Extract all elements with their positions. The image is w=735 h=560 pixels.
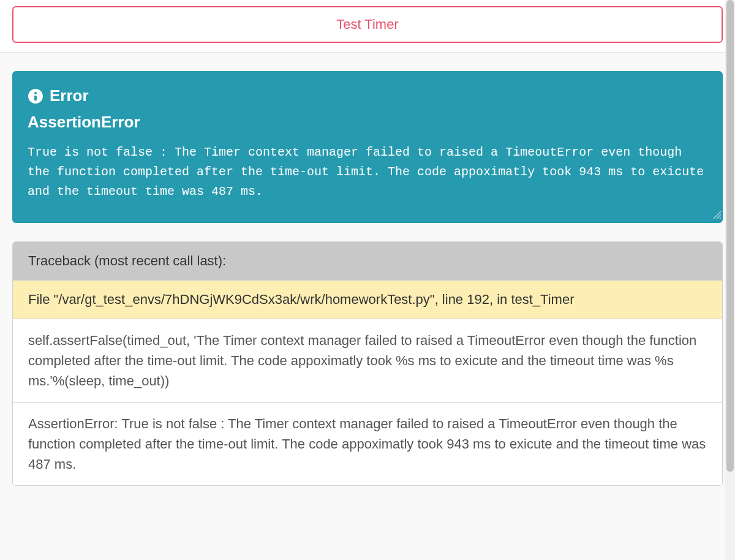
svg-rect-2 <box>34 96 37 100</box>
scrollbar-track[interactable] <box>725 0 735 560</box>
traceback-code-line: self.assertFalse(timed_out, 'The Timer c… <box>13 319 722 403</box>
info-icon <box>28 88 43 104</box>
header-section: Test Timer <box>0 0 735 53</box>
error-message: True is not false : The Timer context ma… <box>28 143 707 202</box>
error-title: Error <box>50 86 89 105</box>
error-header: Error <box>28 86 707 105</box>
resize-handle-icon[interactable] <box>712 210 721 221</box>
error-type: AssertionError <box>28 113 707 132</box>
test-button-label: Test Timer <box>336 17 398 32</box>
traceback-panel: Traceback (most recent call last): File … <box>12 241 723 486</box>
svg-point-1 <box>34 92 37 94</box>
traceback-file-line: File "/var/gt_test_envs/7hDNGjWK9CdSx3ak… <box>13 281 722 319</box>
test-timer-button[interactable]: Test Timer <box>12 6 723 43</box>
svg-line-5 <box>720 218 721 219</box>
traceback-header: Traceback (most recent call last): <box>13 242 722 281</box>
error-panel: Error AssertionError True is not false :… <box>12 71 723 223</box>
traceback-assertion-line: AssertionError: True is not false : The … <box>13 403 722 485</box>
content-section: Error AssertionError True is not false :… <box>0 53 735 498</box>
scrollbar-thumb[interactable] <box>726 0 734 472</box>
